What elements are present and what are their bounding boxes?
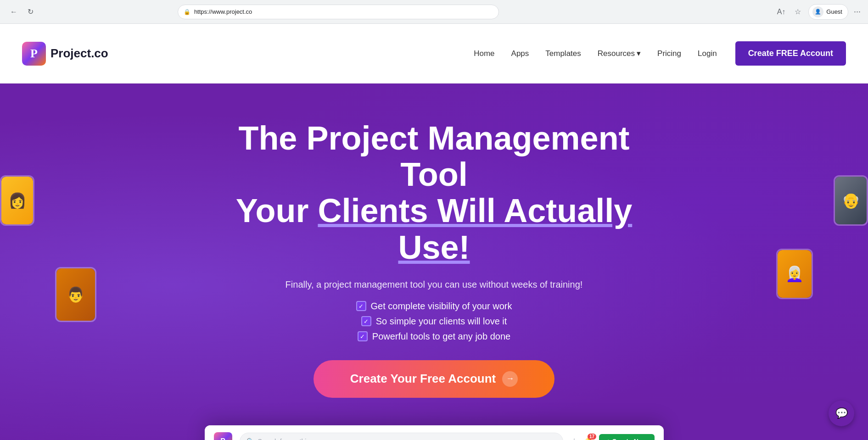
nav-resources-chevron: ▾ — [637, 49, 641, 58]
search-placeholder-text: Search for anything... — [258, 438, 319, 440]
browser-nav-buttons: ← ↻ — [7, 6, 37, 18]
hero-checklist: ✓ Get complete visibility of your work ✓… — [228, 301, 641, 342]
checkmark-2: ✓ — [361, 316, 371, 326]
nav-resources-label: Resources — [598, 49, 635, 58]
avatar-person-3: 👴 — [835, 177, 867, 224]
avatar-emoji-4: 👩‍🦳 — [785, 265, 804, 283]
checkmark-3: ✓ — [358, 331, 368, 341]
nav-pricing[interactable]: Pricing — [657, 49, 681, 58]
url-text: https://www.project.co — [194, 8, 252, 15]
checklist-item-2: ✓ So simple your clients will love it — [228, 316, 641, 327]
hero-section: 👩 👨 👴 👩‍🦳 The Project Management Tool Yo… — [0, 84, 868, 440]
nav-apps[interactable]: Apps — [511, 49, 529, 58]
avatar-emoji-2: 👨 — [67, 286, 85, 303]
floating-avatar-right-bottom: 👩‍🦳 — [776, 249, 813, 299]
checklist-text-2: So simple your clients will love it — [376, 316, 507, 327]
nav-home[interactable]: Home — [474, 49, 494, 58]
app-create-new-button[interactable]: + Create New — [599, 434, 654, 440]
browser-chrome: ← ↻ 🔒 https://www.project.co A↑ ☆ 👤 Gues… — [0, 0, 868, 24]
nav-templates[interactable]: Templates — [545, 49, 581, 58]
logo-text: Project.co — [50, 46, 108, 61]
browser-right-controls: A↑ ☆ 👤 Guest ··· — [775, 4, 861, 20]
hero-cta-label: Create Your Free Account — [350, 372, 496, 386]
floating-avatar-left-bottom: 👨 — [55, 267, 96, 322]
app-preview-bar: P 🔍 Search for anything... ☆ 🔔 17 + Crea… — [205, 425, 664, 440]
address-bar[interactable]: 🔒 https://www.project.co — [178, 5, 499, 19]
hero-title: The Project Management Tool Your Clients… — [228, 120, 641, 266]
floating-avatar-left-top: 👩 — [0, 175, 34, 226]
checklist-item-3: ✓ Powerful tools to get any job done — [228, 331, 641, 342]
logo-area: P Project.co — [22, 42, 108, 66]
navbar: P Project.co Home Apps Templates Resourc… — [0, 24, 868, 84]
refresh-button[interactable]: ↻ — [24, 6, 37, 18]
app-star-button[interactable]: ☆ — [571, 436, 578, 440]
lock-icon: 🔒 — [184, 9, 190, 15]
nav-links: Home Apps Templates Resources ▾ Pricing … — [474, 49, 717, 58]
hero-cta-arrow-icon: → — [502, 371, 518, 387]
logo-p-letter: P — [30, 47, 38, 61]
floating-avatar-right-top: 👴 — [834, 175, 868, 226]
logo-icon: P — [22, 42, 46, 66]
checklist-item-1: ✓ Get complete visibility of your work — [228, 301, 641, 312]
hero-content: The Project Management Tool Your Clients… — [228, 120, 641, 398]
app-logo-small: P — [214, 432, 232, 440]
app-search-bar[interactable]: 🔍 Search for anything... — [240, 433, 564, 440]
avatar-person-1: 👩 — [1, 177, 33, 224]
hero-create-account-button[interactable]: Create Your Free Account → — [314, 360, 554, 398]
app-bar-right: ☆ 🔔 17 + Create New — [571, 434, 654, 440]
nav-resources[interactable]: Resources ▾ — [598, 49, 641, 58]
nav-create-free-account-button[interactable]: Create FREE Account — [735, 41, 846, 66]
font-settings-button[interactable]: A↑ — [775, 6, 788, 18]
avatar-emoji-1: 👩 — [8, 192, 27, 209]
profile-avatar: 👤 — [812, 6, 823, 17]
avatar-person-4: 👩‍🦳 — [778, 250, 812, 298]
app-preview: P 🔍 Search for anything... ☆ 🔔 17 + Crea… — [205, 425, 664, 440]
checklist-text-1: Get complete visibility of your work — [371, 301, 512, 312]
hero-title-line2-plain: Your — [236, 192, 318, 229]
back-button[interactable]: ← — [7, 6, 20, 18]
hero-title-line2-underline: Clients Will Actually Use! — [318, 192, 632, 265]
browser-menu-icon[interactable]: ··· — [854, 7, 861, 17]
checklist-text-3: Powerful tools to get any job done — [372, 331, 510, 342]
nav-login[interactable]: Login — [698, 49, 717, 58]
hero-subtitle: Finally, a project management tool you c… — [228, 279, 641, 290]
avatar-person-2: 👨 — [56, 268, 95, 321]
app-logo-p: P — [220, 437, 225, 440]
profile-avatar-icon: 👤 — [815, 9, 821, 15]
chat-bubble-button[interactable]: 💬 — [829, 401, 854, 426]
chat-icon: 💬 — [835, 407, 848, 419]
avatar-emoji-3: 👴 — [842, 192, 860, 209]
checkmark-1: ✓ — [356, 301, 366, 311]
hero-title-line1: The Project Management Tool — [238, 120, 629, 193]
profile-button[interactable]: 👤 Guest — [808, 4, 848, 20]
search-icon: 🔍 — [246, 438, 254, 440]
profile-label: Guest — [826, 8, 842, 15]
bookmark-button[interactable]: ☆ — [793, 6, 803, 18]
notification-badge: 17 — [588, 434, 596, 440]
app-notifications-button[interactable]: 🔔 17 — [583, 436, 594, 440]
